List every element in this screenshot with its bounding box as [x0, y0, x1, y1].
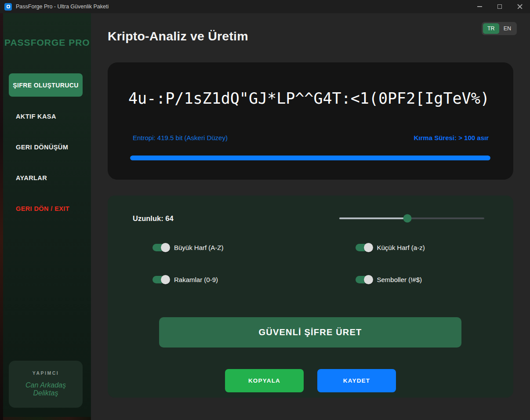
maximize-button[interactable] — [490, 0, 510, 13]
switch-knob — [364, 243, 373, 252]
sidebar: PASSFORGE PRO ŞIFRE OLUŞTURUCU AKTIF KAS… — [0, 13, 91, 420]
entropy-label: Entropi: 419.5 bit (Askeri Düzey) — [133, 134, 228, 141]
controls-panel: Uzunluk: 64 Büyük Harf (A-Z) Küçük Harf … — [108, 196, 513, 398]
page-title: Kripto-Analiz ve Üretim — [108, 13, 513, 43]
uppercase-switch[interactable] — [152, 244, 168, 251]
window-edge-strip — [0, 13, 3, 420]
action-row: KOPYALA KAYDET — [108, 369, 513, 392]
generated-password[interactable]: 4u-:P/1sZ1dQ"GJ*LP^^G4T:<1(0PF2[IgTeV%): — [128, 90, 493, 107]
strength-bar — [130, 156, 490, 160]
brand-title: PASSFORGE PRO — [4, 37, 91, 48]
digits-switch[interactable] — [152, 276, 168, 283]
minimize-icon — [477, 6, 482, 7]
sidebar-item-exit[interactable]: GERI DÖN / EXIT — [16, 205, 91, 212]
crack-time-label: Kırma Süresi: > 100 asır — [414, 134, 489, 141]
lang-en-button[interactable]: EN — [499, 23, 515, 34]
save-button[interactable]: KAYDET — [317, 369, 396, 392]
symbols-switch[interactable] — [356, 276, 371, 283]
lowercase-label: Küçük Harf (a-z) — [377, 244, 425, 251]
copy-button[interactable]: KOPYALA — [225, 369, 304, 392]
password-meta-row: Entropi: 419.5 bit (Askeri Düzey) Kırma … — [133, 134, 489, 141]
maker-name: Can Arkadaş Deliktaş — [12, 381, 79, 397]
charset-toggles: Büyük Harf (A-Z) Küçük Harf (a-z) Rakaml… — [108, 243, 513, 284]
toggle-lowercase[interactable]: Küçük Harf (a-z) — [311, 243, 514, 252]
symbols-label: Semboller (!#$) — [377, 276, 422, 283]
toggle-symbols[interactable]: Semboller (!#$) — [311, 275, 514, 284]
switch-knob — [161, 243, 170, 252]
length-slider-fill — [339, 217, 407, 219]
length-slider-thumb[interactable] — [403, 214, 412, 223]
close-icon — [517, 4, 523, 9]
strength-bar-fill — [130, 156, 490, 160]
maker-title: YAPIMCI — [12, 370, 79, 376]
language-switch: TR EN — [482, 22, 517, 35]
toggle-uppercase[interactable]: Büyük Harf (A-Z) — [108, 243, 311, 252]
sidebar-item-settings[interactable]: AYARLAR — [16, 174, 91, 181]
toggle-digits[interactable]: Rakamlar (0-9) — [108, 275, 311, 284]
minimize-button[interactable] — [469, 0, 490, 13]
lowercase-switch[interactable] — [356, 244, 371, 251]
maximize-icon — [497, 4, 502, 9]
sidebar-nav: ŞIFRE OLUŞTURUCU AKTIF KASA GERI DÖNÜŞÜM… — [3, 73, 91, 212]
window-edge-strip-bottom — [3, 417, 91, 420]
password-display-card: 4u-:P/1sZ1dQ"GJ*LP^^G4T:<1(0PF2[IgTeV%):… — [108, 62, 513, 180]
uppercase-label: Büyük Harf (A-Z) — [174, 244, 224, 251]
switch-knob — [364, 275, 373, 284]
maker-card: YAPIMCI Can Arkadaş Deliktaş — [9, 361, 83, 408]
length-label: Uzunluk: 64 — [133, 214, 174, 223]
titlebar: PassForge Pro - Ultra Güvenlik Paketi — [0, 0, 530, 13]
digits-label: Rakamlar (0-9) — [174, 276, 218, 283]
generate-password-button[interactable]: GÜVENLİ ŞİFRE ÜRET — [159, 317, 461, 348]
main-content: Kripto-Analiz ve Üretim TR EN 4u-:P/1sZ1… — [91, 13, 530, 420]
sidebar-item-password-generator[interactable]: ŞIFRE OLUŞTURUCU — [9, 73, 83, 97]
close-button[interactable] — [510, 0, 530, 13]
length-slider[interactable] — [339, 214, 484, 223]
window-title: PassForge Pro - Ultra Güvenlik Paketi — [16, 4, 109, 10]
sidebar-item-recycle[interactable]: GERI DÖNÜŞÜM — [16, 144, 91, 151]
length-row: Uzunluk: 64 — [133, 212, 484, 224]
window-controls — [469, 0, 530, 13]
app-logo-icon — [4, 3, 12, 11]
lang-tr-button[interactable]: TR — [483, 23, 499, 34]
switch-knob — [161, 275, 170, 284]
sidebar-item-active-vault[interactable]: AKTIF KASA — [16, 113, 91, 120]
